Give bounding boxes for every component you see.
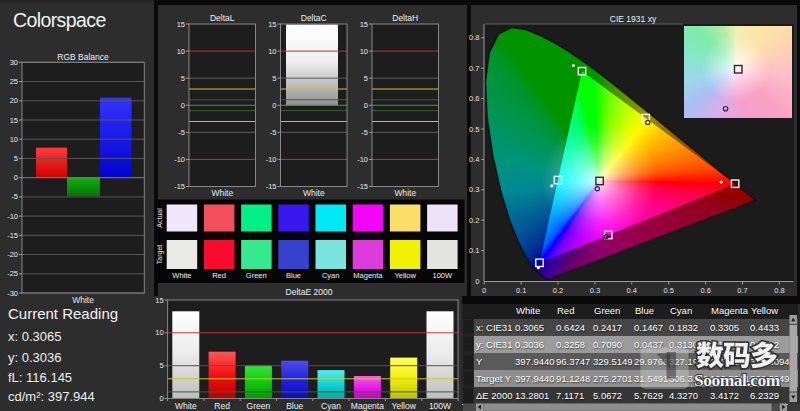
svg-text:Soomal.com: Soomal.com xyxy=(694,370,781,390)
